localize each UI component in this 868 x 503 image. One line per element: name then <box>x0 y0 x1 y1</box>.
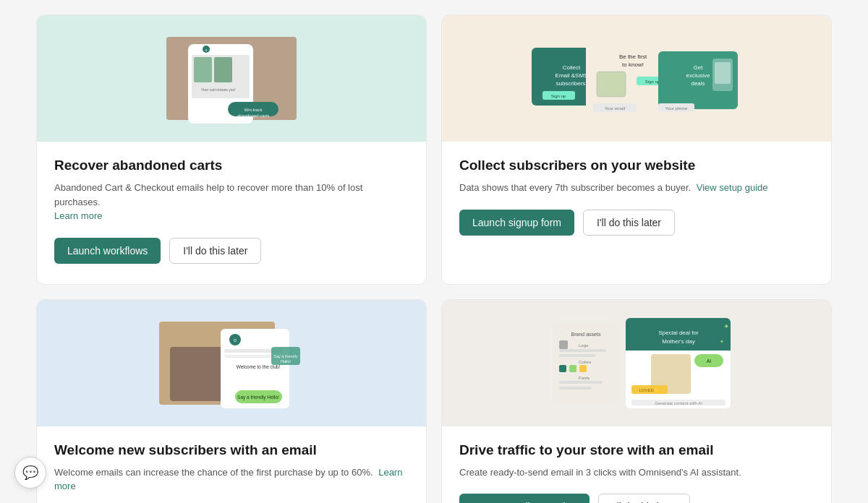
svg-text:Your email: Your email <box>605 106 625 111</box>
svg-text:✦: ✦ <box>723 322 729 330</box>
create-email-campaign-button[interactable]: Create email campaign <box>459 494 590 503</box>
svg-text:Say a friendly Hello!: Say a friendly Hello! <box>237 395 279 400</box>
launch-workflows-button[interactable]: Launch workflows <box>54 238 161 264</box>
card-image-collect-subscribers: Collect Email &SMS subscribers! Sign up … <box>442 15 831 142</box>
svg-rect-51 <box>559 349 606 352</box>
svg-text:Sign up: Sign up <box>645 79 660 84</box>
svg-text:Hallo!: Hallo! <box>281 359 292 364</box>
svg-text:to know!: to know! <box>622 61 644 68</box>
cart-illustration: Your cart misses you! Win-back abandoned… <box>94 22 369 134</box>
card-image-drive-traffic: Brand assets Logo Colors Fonts ✦ ✦ <box>442 300 831 426</box>
card-image-abandoned-carts: Your cart misses you! Win-back abandoned… <box>37 15 426 142</box>
svg-text:Colors: Colors <box>579 360 591 364</box>
card-actions-drive-traffic: Create email campaign I'll do this later <box>459 494 814 503</box>
svg-rect-3 <box>194 57 212 82</box>
welcome-illustration: o Welcome to the club! Say a friendly He… <box>94 307 369 419</box>
svg-text:Brand assets: Brand assets <box>571 332 601 337</box>
svg-rect-56 <box>579 365 587 372</box>
svg-text:Sign up: Sign up <box>551 94 566 98</box>
chat-icon: 💬 <box>22 465 38 481</box>
svg-text:abandoned carts: abandoned carts <box>237 113 270 118</box>
card-desc-welcome-email: Welcome emails can increase the chance o… <box>54 465 409 494</box>
card-drive-traffic: Brand assets Logo Colors Fonts ✦ ✦ <box>441 299 832 504</box>
svg-rect-55 <box>569 365 576 372</box>
svg-text:Generate content with AI: Generate content with AI <box>655 401 702 405</box>
svg-rect-59 <box>559 387 592 390</box>
cards-grid: Your cart misses you! Win-back abandoned… <box>36 14 832 503</box>
do-later-button-2[interactable]: I'll do this later <box>583 210 675 236</box>
card-title-collect-subscribers: Collect subscribers on your website <box>459 158 814 173</box>
svg-text:o: o <box>234 338 237 343</box>
svg-text:LOVED 💛: LOVED 💛 <box>639 387 660 393</box>
card-welcome-email: o Welcome to the club! Say a friendly He… <box>36 299 427 504</box>
svg-text:Mother's day: Mother's day <box>662 338 695 345</box>
svg-text:Collect: Collect <box>563 64 581 71</box>
card-title-abandoned-carts: Recover abandoned carts <box>54 158 409 173</box>
view-setup-guide-link[interactable]: View setup guide <box>697 182 768 193</box>
svg-rect-58 <box>559 381 603 384</box>
svg-rect-20 <box>597 72 626 97</box>
card-desc-drive-traffic: Create ready-to-send email in 3 clicks w… <box>459 465 814 480</box>
card-abandoned-carts: Your cart misses you! Win-back abandoned… <box>36 14 427 285</box>
card-title-drive-traffic: Drive traffic to your store with an emai… <box>459 442 814 458</box>
card-actions-collect-subscribers: Launch signup form I'll do this later <box>459 210 814 236</box>
svg-text:Be the first: Be the first <box>619 53 647 60</box>
card-image-welcome-email: o Welcome to the club! Say a friendly He… <box>37 300 426 426</box>
svg-text:Say a friendly: Say a friendly <box>273 354 298 358</box>
launch-signup-form-button[interactable]: Launch signup form <box>459 210 574 236</box>
svg-text:Get: Get <box>694 64 704 71</box>
card-title-welcome-email: Welcome new subscribers with an email <box>54 442 409 458</box>
card-content-abandoned-carts: Recover abandoned carts Abandoned Cart &… <box>37 142 426 284</box>
svg-text:subscribers!: subscribers! <box>556 80 587 87</box>
svg-text:Email &SMS: Email &SMS <box>556 72 588 79</box>
svg-rect-49 <box>559 340 568 349</box>
svg-rect-4 <box>214 57 232 82</box>
svg-text:Your cart misses you!: Your cart misses you! <box>201 87 236 92</box>
svg-rect-29 <box>715 62 731 84</box>
card-content-welcome-email: Welcome new subscribers with an email We… <box>37 426 426 504</box>
svg-rect-40 <box>224 355 271 358</box>
card-content-drive-traffic: Drive traffic to your store with an emai… <box>442 426 831 504</box>
svg-rect-52 <box>559 354 595 357</box>
svg-rect-54 <box>559 365 566 372</box>
svg-text:Win-back: Win-back <box>244 108 263 112</box>
card-content-collect-subscribers: Collect subscribers on your website Data… <box>442 142 831 256</box>
do-later-button-4[interactable]: I'll do this later <box>598 494 690 503</box>
svg-text:Welcome to the club!: Welcome to the club! <box>237 364 281 369</box>
svg-text:exclusive: exclusive <box>686 72 710 79</box>
traffic-illustration: Brand assets Logo Colors Fonts ✦ ✦ <box>474 307 799 419</box>
learn-more-link-1[interactable]: Learn more <box>54 210 102 221</box>
svg-text:Special deal for: Special deal for <box>658 330 698 336</box>
card-collect-subscribers: Collect Email &SMS subscribers! Sign up … <box>441 14 832 285</box>
do-later-button-1[interactable]: I'll do this later <box>169 238 261 264</box>
svg-text:Logo: Logo <box>579 343 589 348</box>
chat-button[interactable]: 💬 <box>14 457 46 489</box>
card-desc-abandoned-carts: Abandoned Cart & Checkout emails help to… <box>54 181 409 223</box>
svg-text:Fonts: Fonts <box>579 376 590 380</box>
svg-text:o: o <box>205 48 208 52</box>
svg-text:✦: ✦ <box>720 339 724 344</box>
svg-text:Your phone: Your phone <box>665 106 688 111</box>
svg-text:deals: deals <box>691 80 705 87</box>
svg-text:AI: AI <box>707 358 712 364</box>
card-actions-abandoned-carts: Launch workflows I'll do this later <box>54 238 409 264</box>
card-desc-collect-subscribers: Data shows that every 7th subscriber bec… <box>459 181 814 195</box>
subscribers-illustration: Collect Email &SMS subscribers! Sign up … <box>474 22 799 134</box>
